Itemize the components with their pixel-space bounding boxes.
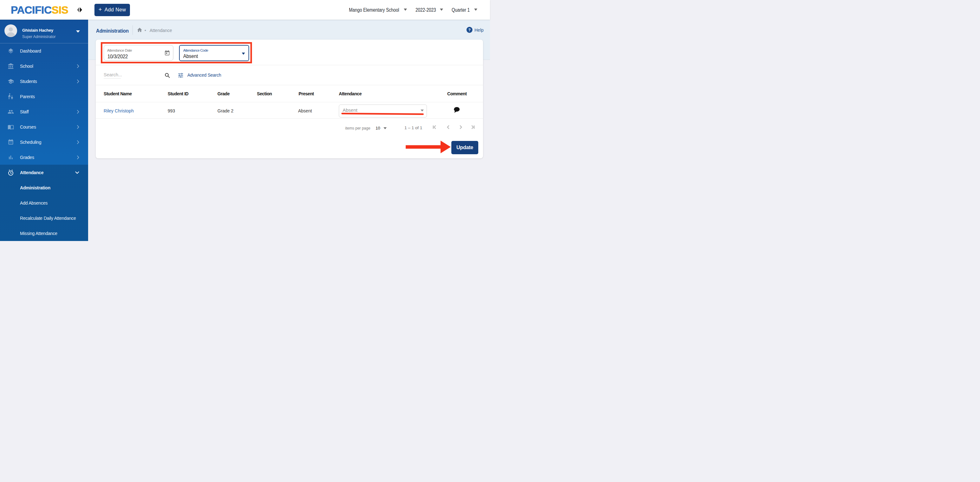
svg-text:?: ? bbox=[468, 28, 470, 32]
